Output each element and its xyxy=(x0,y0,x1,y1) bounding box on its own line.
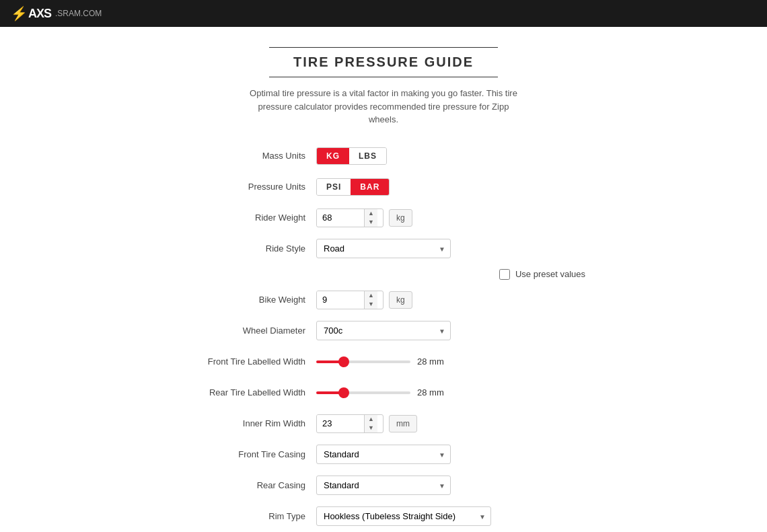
inner-rim-up[interactable]: ▲ xyxy=(365,415,377,424)
inner-rim-label: Inner Rim Width xyxy=(182,418,316,428)
rear-casing-row: Rear Casing Standard Light Heavy ▼ xyxy=(182,475,585,496)
bike-weight-down[interactable]: ▼ xyxy=(365,300,377,309)
rear-tire-width-control: 28 mm xyxy=(316,387,585,397)
wheel-diameter-select[interactable]: 700c 650b 29" 27.5" 26" xyxy=(316,321,451,340)
ride-style-row: Ride Style Road Gravel Mountain ▼ xyxy=(182,238,585,260)
wheel-diameter-row: Wheel Diameter 700c 650b 29" 27.5" 26" ▼ xyxy=(182,320,585,342)
rim-type-label: Rim Type xyxy=(182,511,316,521)
bike-weight-control: ▲ ▼ kg xyxy=(316,291,585,309)
rider-weight-down[interactable]: ▼ xyxy=(365,218,377,227)
wheel-diameter-label: Wheel Diameter xyxy=(182,326,316,336)
bike-weight-input-wrapper: ▲ ▼ xyxy=(316,291,384,309)
pressure-units-control: PSI BAR xyxy=(316,178,585,196)
sram-text: .SRAM.COM xyxy=(55,9,102,18)
mass-lbs-button[interactable]: LBS xyxy=(349,148,386,164)
bike-weight-row: Bike Weight ▲ ▼ kg xyxy=(182,289,585,311)
rider-weight-row: Rider Weight ▲ ▼ kg xyxy=(182,207,585,229)
bike-weight-unit: kg xyxy=(389,291,412,309)
pressure-units-row: Pressure Units PSI BAR xyxy=(182,176,585,198)
preset-checkbox-wrapper: Use preset values xyxy=(499,269,585,280)
ride-style-select-wrapper: Road Gravel Mountain ▼ xyxy=(316,239,451,258)
form-section: Mass Units KG LBS Pressure Units PSI BAR… xyxy=(182,145,585,533)
rear-casing-select[interactable]: Standard Light Heavy xyxy=(316,476,451,495)
rim-type-select[interactable]: Hookless (Tubeless Straight Side) Hooked… xyxy=(316,506,491,526)
bolt-icon: ⚡ xyxy=(11,5,27,22)
mass-kg-button[interactable]: KG xyxy=(317,148,349,164)
bike-weight-input[interactable] xyxy=(317,291,364,308)
rear-tire-width-row: Rear Tire Labelled Width 28 mm xyxy=(182,382,585,404)
front-casing-label: Front Tire Casing xyxy=(182,449,316,459)
wheel-diameter-select-wrapper: 700c 650b 29" 27.5" 26" ▼ xyxy=(316,321,451,340)
preset-checkbox[interactable] xyxy=(499,269,510,280)
front-casing-select-wrapper: Standard Light Heavy ▼ xyxy=(316,445,451,464)
axs-logo: ⚡ AXS xyxy=(11,5,51,22)
rider-weight-up[interactable]: ▲ xyxy=(365,209,377,218)
rim-type-row: Rim Type Hookless (Tubeless Straight Sid… xyxy=(182,506,585,527)
wheel-diameter-control: 700c 650b 29" 27.5" 26" ▼ xyxy=(316,321,585,340)
front-tire-width-value: 28 mm xyxy=(417,356,451,367)
front-tire-width-row: Front Tire Labelled Width 28 mm xyxy=(182,351,585,373)
preset-row: Use preset values xyxy=(182,269,585,280)
page-title: TIRE PRESSURE GUIDE xyxy=(121,54,646,70)
front-casing-row: Front Tire Casing Standard Light Heavy ▼ xyxy=(182,444,585,465)
pressure-psi-button[interactable]: PSI xyxy=(317,179,351,195)
mass-units-toggle: KG LBS xyxy=(316,147,387,165)
pressure-units-label: Pressure Units xyxy=(182,182,316,192)
front-tire-width-slider[interactable] xyxy=(316,360,410,363)
rider-weight-input-wrapper: ▲ ▼ xyxy=(316,208,384,227)
title-divider-bottom xyxy=(269,77,498,77)
ride-style-control: Road Gravel Mountain ▼ xyxy=(316,239,585,258)
rear-casing-select-wrapper: Standard Light Heavy ▼ xyxy=(316,476,451,495)
inner-rim-control: ▲ ▼ mm xyxy=(316,414,585,433)
axs-text: AXS xyxy=(28,7,51,21)
mass-units-control: KG LBS xyxy=(316,147,585,165)
inner-rim-down[interactable]: ▼ xyxy=(365,424,377,432)
inner-rim-row: Inner Rim Width ▲ ▼ mm xyxy=(182,413,585,434)
rear-casing-control: Standard Light Heavy ▼ xyxy=(316,476,585,495)
pressure-units-toggle: PSI BAR xyxy=(316,178,390,196)
ride-style-select[interactable]: Road Gravel Mountain xyxy=(316,239,451,258)
front-casing-select[interactable]: Standard Light Heavy xyxy=(316,445,451,464)
inner-rim-input[interactable] xyxy=(317,415,364,432)
rear-casing-label: Rear Casing xyxy=(182,480,316,490)
subtitle: Optimal tire pressure is a vital factor … xyxy=(242,87,525,126)
rider-weight-input[interactable] xyxy=(317,209,364,226)
pressure-bar-button[interactable]: BAR xyxy=(351,179,389,195)
inner-rim-unit: mm xyxy=(389,415,417,432)
bike-weight-label: Bike Weight xyxy=(182,295,316,305)
rider-weight-unit: kg xyxy=(389,209,412,227)
rim-type-select-wrapper: Hookless (Tubeless Straight Side) Hooked… xyxy=(316,506,491,526)
inner-rim-input-wrapper: ▲ ▼ xyxy=(316,414,384,433)
bike-weight-up[interactable]: ▲ xyxy=(365,291,377,300)
preset-label: Use preset values xyxy=(515,269,585,279)
rider-weight-spinners: ▲ ▼ xyxy=(364,209,377,227)
rear-tire-width-value: 28 mm xyxy=(417,387,451,397)
title-divider-top xyxy=(269,47,498,48)
front-tire-width-label: Front Tire Labelled Width xyxy=(182,356,316,367)
rim-type-control: Hookless (Tubeless Straight Side) Hooked… xyxy=(316,506,585,526)
inner-rim-spinners: ▲ ▼ xyxy=(364,415,377,432)
front-tire-width-control: 28 mm xyxy=(316,356,585,367)
bike-weight-spinners: ▲ ▼ xyxy=(364,291,377,309)
front-casing-control: Standard Light Heavy ▼ xyxy=(316,445,585,464)
app-header: ⚡ AXS .SRAM.COM xyxy=(0,0,767,27)
logo: ⚡ AXS .SRAM.COM xyxy=(11,5,102,22)
mass-units-row: Mass Units KG LBS xyxy=(182,145,585,167)
rider-weight-label: Rider Weight xyxy=(182,213,316,223)
rear-tire-width-slider[interactable] xyxy=(316,391,410,394)
rider-weight-control: ▲ ▼ kg xyxy=(316,208,585,227)
mass-units-label: Mass Units xyxy=(182,151,316,161)
title-section: TIRE PRESSURE GUIDE Optimal tire pressur… xyxy=(121,47,646,126)
rear-tire-width-label: Rear Tire Labelled Width xyxy=(182,387,316,397)
ride-style-label: Ride Style xyxy=(182,243,316,254)
main-content: TIRE PRESSURE GUIDE Optimal tire pressur… xyxy=(108,27,659,532)
